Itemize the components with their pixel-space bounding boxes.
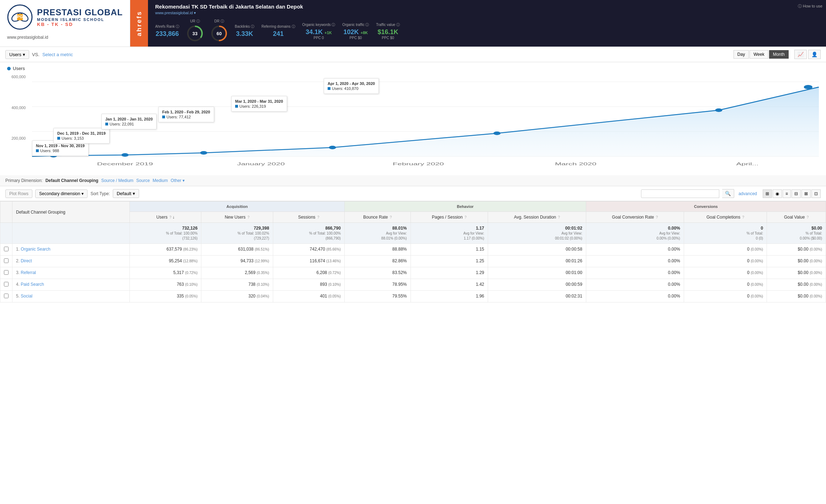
pages-session-col-header[interactable]: Pages / Session ? <box>411 212 488 223</box>
table-view-custom2-btn[interactable]: ⊠ <box>801 189 811 198</box>
svg-text:April...: April... <box>736 162 759 166</box>
table-view-pie-btn[interactable]: ◉ <box>773 189 782 198</box>
series-dot <box>7 67 11 70</box>
sort-type-label: Sort Type: <box>90 191 110 196</box>
table-view-grid-btn[interactable]: ⊞ <box>763 189 772 198</box>
ahrefs-logo-label: ahrefs <box>130 0 148 47</box>
row-checkbox-2[interactable] <box>4 258 9 263</box>
ahrefs-content: Rekomendasi TK SD Terbaik di Jakarta Sel… <box>148 0 794 47</box>
row-checkbox-5[interactable] <box>4 294 9 298</box>
source-medium-link[interactable]: Source / Medium <box>101 178 133 183</box>
total-bounce-rate: 88.01% Avg for View:88.01% (0.00%) <box>344 223 411 244</box>
metric-organic-keywords: Organic keywords ⓘ 34.1K +1K PPC 0 <box>302 22 335 40</box>
controls-bar: Users ▾ VS. Select a metric Day Week Mon… <box>0 47 826 62</box>
time-btn-month[interactable]: Month <box>769 50 789 59</box>
svg-text:February 2020: February 2020 <box>393 162 444 166</box>
time-btn-day[interactable]: Day <box>734 50 749 59</box>
tooltip-jan: Jan 1, 2020 - Jan 31, 2020 Users: 22,091 <box>101 114 157 129</box>
chart-container: Users 600,000 400,000 200,000 <box>0 62 826 175</box>
direct-link[interactable]: Direct <box>21 258 32 263</box>
plot-rows-button[interactable]: Plot Rows <box>5 189 32 198</box>
table-view-lines-btn[interactable]: ≡ <box>783 189 791 198</box>
svg-text:33: 33 <box>192 31 197 36</box>
table-row: 4. Paid Search 763 (0.10%) 738 (0.10%) 8… <box>0 279 826 291</box>
totals-row: 732,126 % of Total: 100.00%(732,126) 729… <box>0 223 826 244</box>
chart-line-view-btn[interactable]: 📈 <box>794 50 807 59</box>
channel-header: Default Channel Grouping <box>12 202 130 223</box>
view-icon-buttons: 📈 👤 <box>794 50 821 59</box>
primary-dim-label: Primary Dimension: <box>5 178 43 183</box>
search-button[interactable]: 🔍 <box>722 189 734 198</box>
referral-link[interactable]: Referral <box>21 270 36 275</box>
data-point-6[interactable] <box>715 108 722 112</box>
organic-search-link[interactable]: Organic Search <box>21 247 50 252</box>
row-checkbox-4[interactable] <box>4 282 9 286</box>
medium-link[interactable]: Medium <box>153 178 168 183</box>
goal-val-col-header[interactable]: Goal Value ? <box>767 212 826 223</box>
data-point-5[interactable] <box>493 132 501 135</box>
header: PG PRESTASI GLOBAL MODERN ISLAMIC SCHOOL… <box>0 0 826 47</box>
secondary-dimension-button[interactable]: Secondary dimension ▾ <box>35 189 88 198</box>
advanced-link[interactable]: advanced <box>738 191 757 196</box>
new-users-col-header[interactable]: New Users ? <box>201 212 273 223</box>
social-link[interactable]: Social <box>21 294 32 299</box>
svg-text:March 2020: March 2020 <box>555 162 597 166</box>
dr-gauge: 60 <box>211 25 228 42</box>
behavior-header: Behavior <box>344 202 586 212</box>
row-checkbox-3[interactable] <box>4 270 9 275</box>
logo-section: PG PRESTASI GLOBAL MODERN ISLAMIC SCHOOL… <box>0 0 130 34</box>
sort-default-dropdown[interactable]: Default ▾ <box>113 189 139 198</box>
users-col-header[interactable]: Users ?↓ <box>130 212 201 223</box>
ahrefs-site-title: Rekomendasi TK SD Terbaik di Jakarta Sel… <box>155 4 787 10</box>
metric-ahrefs-rank: Ahrefs Rank ⓘ 233,866 <box>155 24 179 38</box>
logo-title: PRESTASI GLOBAL <box>37 7 123 17</box>
metric-dropdown[interactable]: Users ▾ <box>5 50 29 59</box>
tooltip-apr: Apr 1, 2020 - Apr 30, 2020 Users: 410,87… <box>324 78 379 94</box>
time-buttons: Day Week Month <box>734 50 789 59</box>
other-dropdown[interactable]: Other ▾ <box>171 178 185 183</box>
total-goal-conv: 0.00% Avg for View:0.00% (0.00%) <box>586 223 684 244</box>
total-avg-session: 00:01:02 Avg for View:00:01:02 (0.00%) <box>488 223 586 244</box>
primary-dimension-bar: Primary Dimension: Default Channel Group… <box>0 175 826 186</box>
logo-text: PRESTASI GLOBAL MODERN ISLAMIC SCHOOL KB… <box>37 7 123 27</box>
logo-subtitle: MODERN ISLAMIC SCHOOL <box>37 17 123 22</box>
chart-pie-view-btn[interactable]: 👤 <box>808 50 821 59</box>
select-metric-link[interactable]: Select a metric <box>42 52 73 57</box>
total-pages: 1.17 Avg for View:1.17 (0.00%) <box>411 223 488 244</box>
time-btn-week[interactable]: Week <box>750 50 768 59</box>
sessions-col-header[interactable]: Sessions ? <box>273 212 344 223</box>
ahrefs-panel: ahrefs Rekomendasi TK SD Terbaik di Jaka… <box>130 0 826 47</box>
goal-conv-col-header[interactable]: Goal Conversion Rate ? <box>586 212 684 223</box>
data-table: Default Channel Grouping Acquisition Beh… <box>0 201 826 302</box>
chart-series-label: Users <box>7 66 819 71</box>
data-point-3[interactable] <box>200 151 207 155</box>
table-row: 5. Social 335 (0.05%) 320 (0.04%) 401 (0… <box>0 291 826 302</box>
table-view-custom3-btn[interactable]: ⊡ <box>811 189 821 198</box>
svg-text:January 2020: January 2020 <box>237 162 285 166</box>
table-controls: Plot Rows Secondary dimension ▾ Sort Typ… <box>0 186 826 201</box>
bounce-rate-col-header[interactable]: Bounce Rate ? <box>344 212 411 223</box>
y-axis: 600,000 400,000 200,000 <box>7 75 28 167</box>
metric-traffic-value: Traffic value ⓘ $16.1K PPC $0 <box>376 22 400 40</box>
row-checkbox-1[interactable] <box>4 247 9 251</box>
vs-label: VS. <box>32 52 39 57</box>
metric-backlinks: Backlinks ⓘ 3.33K <box>235 24 254 38</box>
total-users: 732,126 % of Total: 100.00%(732,126) <box>130 223 201 244</box>
table-row: 3. Referral 5,317 (0.72%) 2,569 (0.35%) … <box>0 267 826 279</box>
how-to-use-link[interactable]: ⓘ How to use <box>794 0 826 12</box>
svg-text:PG: PG <box>17 15 23 19</box>
table-row: 1. Organic Search 637,579 (86.23%) 631,0… <box>0 244 826 256</box>
goal-comp-col-header[interactable]: Goal Completions ? <box>684 212 767 223</box>
tooltip-dec: Dec 1, 2019 - Dec 31, 2019 Users: 3,153 <box>53 128 110 144</box>
ahrefs-metrics: Ahrefs Rank ⓘ 233,866 UR ⓘ 33 <box>155 19 787 43</box>
metric-dr: DR ⓘ 60 <box>211 19 228 43</box>
search-input[interactable] <box>641 189 719 198</box>
table-view-custom1-btn[interactable]: ⊟ <box>791 189 801 198</box>
ur-gauge: 33 <box>186 25 203 42</box>
avg-session-col-header[interactable]: Avg. Session Duration ? <box>488 212 586 223</box>
data-point-7[interactable] <box>804 85 812 89</box>
data-point-2[interactable] <box>121 153 128 157</box>
source-link[interactable]: Source <box>136 178 150 183</box>
paid-search-link[interactable]: Paid Search <box>21 282 44 287</box>
data-point-4[interactable] <box>329 146 336 149</box>
